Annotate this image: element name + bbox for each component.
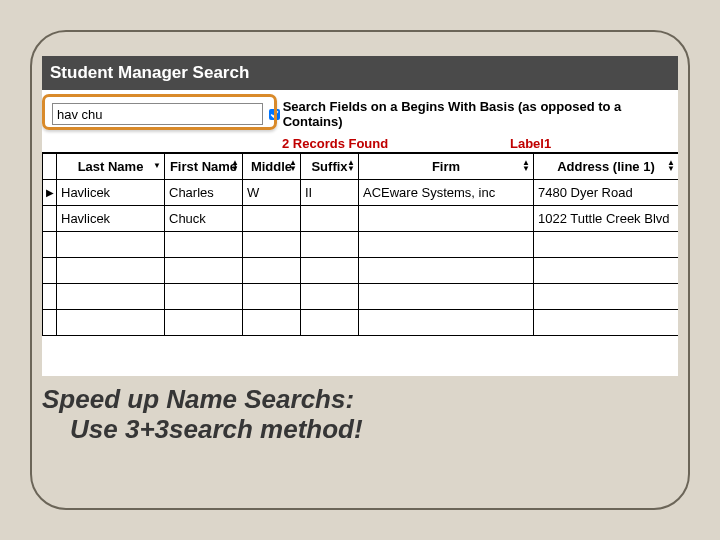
search-input[interactable] — [52, 103, 263, 125]
column-label: Firm — [432, 159, 460, 174]
begins-with-checkbox[interactable] — [269, 109, 280, 120]
table-row[interactable]: ▶ Havlicek Charles W II ACEware Systems,… — [43, 179, 679, 205]
table-row-empty — [43, 283, 679, 309]
column-label: Last Name — [78, 159, 144, 174]
cell-firm[interactable] — [359, 205, 534, 231]
cell-suffix[interactable]: II — [301, 179, 359, 205]
sort-indicator-updown-icon: ▲▼ — [522, 160, 530, 172]
cell-suffix[interactable] — [301, 205, 359, 231]
cell-middle[interactable] — [243, 205, 301, 231]
table-row-empty — [43, 309, 679, 335]
cell-firm[interactable]: ACEware Systems, inc — [359, 179, 534, 205]
table-row[interactable]: Havlicek Chuck 1022 Tuttle Creek Blvd — [43, 205, 679, 231]
row-selector-current-icon: ▶ — [43, 179, 57, 205]
table-row-empty — [43, 257, 679, 283]
cell-address1[interactable]: 1022 Tuttle Creek Blvd — [534, 205, 679, 231]
search-row: Search Fields on a Begins With Basis (as… — [42, 90, 678, 138]
begins-with-label: Search Fields on a Begins With Basis (as… — [283, 99, 678, 129]
caption-line1: Speed up Name Searchs: — [42, 384, 354, 414]
status-row: 2 Records Found Label1 — [42, 134, 678, 152]
column-header-firstname[interactable]: First Name ▲▼ — [165, 153, 243, 179]
row-selector — [43, 205, 57, 231]
cell-address1[interactable]: 7480 Dyer Road — [534, 179, 679, 205]
column-header-middle[interactable]: Middle ▲▼ — [243, 153, 301, 179]
column-label: Middle — [251, 159, 292, 174]
column-header-firm[interactable]: Firm ▲▼ — [359, 153, 534, 179]
sort-indicator-updown-icon: ▲▼ — [347, 160, 355, 172]
cell-lastname[interactable]: Havlicek — [57, 179, 165, 205]
column-header-address1[interactable]: Address (line 1) ▲▼ — [534, 153, 679, 179]
column-label: Address (line 1) — [557, 159, 655, 174]
grid-header-row: Last Name ▼ First Name ▲▼ Middle ▲▼ Suff… — [43, 153, 679, 179]
records-found-label: 2 Records Found — [282, 136, 388, 151]
window-title: Student Manager Search — [50, 63, 249, 83]
app-window: Student Manager Search Search Fields on … — [42, 56, 678, 376]
grid-header-rowselector — [43, 153, 57, 179]
column-header-lastname[interactable]: Last Name ▼ — [57, 153, 165, 179]
label1-placeholder: Label1 — [510, 136, 551, 151]
sort-indicator-updown-icon: ▲▼ — [667, 160, 675, 172]
caption-line2: Use 3+3search method! — [42, 415, 678, 445]
cell-firstname[interactable]: Chuck — [165, 205, 243, 231]
window-titlebar: Student Manager Search — [42, 56, 678, 90]
sort-indicator-desc-icon: ▼ — [153, 163, 161, 169]
sort-indicator-updown-icon: ▲▼ — [289, 160, 297, 172]
column-label: First Name — [170, 159, 237, 174]
slide-caption: Speed up Name Searchs: Use 3+3search met… — [42, 385, 678, 445]
sort-indicator-updown-icon: ▲▼ — [231, 160, 239, 172]
table-row-empty — [43, 231, 679, 257]
column-label: Suffix — [311, 159, 347, 174]
cell-lastname[interactable]: Havlicek — [57, 205, 165, 231]
results-grid: Last Name ▼ First Name ▲▼ Middle ▲▼ Suff… — [42, 152, 678, 336]
cell-middle[interactable]: W — [243, 179, 301, 205]
cell-firstname[interactable]: Charles — [165, 179, 243, 205]
column-header-suffix[interactable]: Suffix ▲▼ — [301, 153, 359, 179]
